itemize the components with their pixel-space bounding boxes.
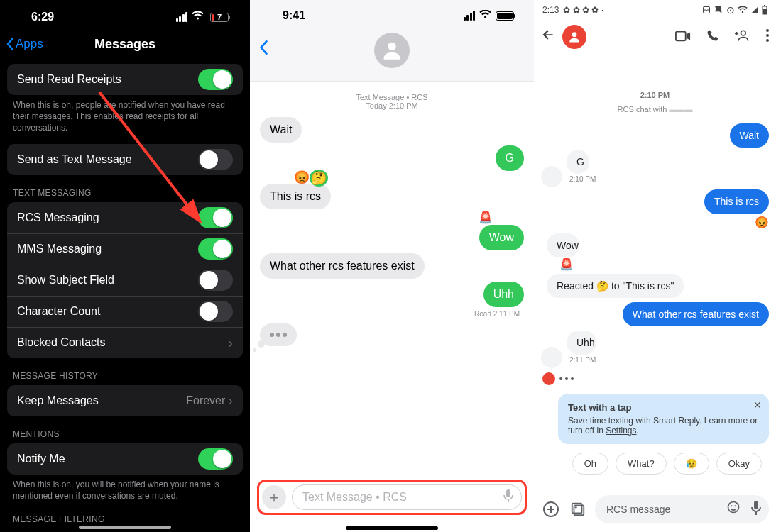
reaction-angry[interactable]: 😡 [755, 216, 769, 229]
footer-notify-me: When this is on, you will be notified wh… [7, 475, 243, 501]
cellular-icon [176, 12, 188, 22]
row-send-read-receipts[interactable]: Send Read Receipts [7, 64, 243, 95]
message-out[interactable]: Wow [479, 225, 524, 250]
card-title: Text with a tap [568, 402, 759, 413]
msg-timestamp: 2:10 PM [569, 175, 596, 183]
chip-okay[interactable]: Okay [716, 453, 762, 475]
message-out[interactable]: Uhh [483, 282, 524, 307]
contact-avatar[interactable] [562, 25, 586, 49]
header-mentions: MENTIONS [7, 416, 243, 443]
reaction-siren[interactable]: 🚨 [559, 258, 574, 270]
row-label: Send as Text Message [17, 153, 132, 166]
svg-rect-2 [506, 489, 510, 497]
battery-icon: 7 [208, 13, 229, 22]
header-message-filtering: MESSAGE FILTERING [7, 501, 243, 528]
composer: RCS message [534, 492, 776, 531]
row-notify-me[interactable]: Notify Me [7, 443, 243, 475]
gallery-button[interactable] [568, 499, 588, 519]
chip-oh[interactable]: Oh [572, 453, 608, 475]
message-out[interactable]: What other rcs features exist [623, 302, 769, 326]
status-bar: 9:41 [250, 0, 534, 31]
back-button[interactable] [541, 28, 555, 46]
composer: ＋ Text Message • RCS [250, 475, 534, 529]
message-input[interactable]: Text Message • RCS [292, 484, 522, 510]
svg-point-20 [735, 505, 736, 506]
reaction-thinking: 🤔 [310, 170, 328, 187]
battery-icon [762, 5, 767, 15]
row-blocked-contacts[interactable]: Blocked Contacts › [7, 327, 243, 358]
message-in[interactable]: This is rcs [260, 184, 331, 209]
back-button[interactable]: Apps [0, 37, 43, 51]
svg-rect-7 [763, 9, 767, 14]
reaction-cluster[interactable]: 😡 🤔 [294, 170, 328, 187]
add-person-icon[interactable] [735, 29, 750, 45]
app-bar [534, 20, 776, 54]
conversation: 2:10 PM RCS chat with ▬▬▬ Wait G 2:10 PM… [534, 54, 776, 475]
contact-name [594, 32, 668, 43]
row-rcs-messaging[interactable]: RCS Messaging [7, 202, 243, 233]
header-text-messaging: TEXT MESSAGING [7, 175, 243, 202]
toggle-send-read-receipts[interactable] [198, 69, 233, 90]
clock: 2:13 [542, 5, 559, 15]
dnd-icon [714, 5, 723, 15]
row-value: Forever [186, 394, 225, 407]
message-out[interactable]: This is rcs [704, 189, 769, 214]
row-mms-messaging[interactable]: MMS Messaging [7, 233, 243, 265]
card-body: Save time texting with Smart Reply. Lear… [568, 416, 759, 436]
chevron-right-icon: › [228, 335, 233, 351]
cellular-icon [464, 11, 476, 21]
chip-what[interactable]: What? [616, 453, 667, 475]
message-in[interactable]: Reacted 🤔 to "This is rcs" [547, 274, 684, 298]
attach-button[interactable]: ＋ [262, 485, 286, 509]
overflow-icon[interactable] [766, 29, 769, 45]
contact-avatar[interactable] [374, 33, 410, 68]
thread-info: RCS chat with ▬▬▬ [541, 105, 769, 113]
svg-point-1 [388, 43, 395, 50]
toggle-show-subject[interactable] [198, 270, 233, 291]
message-in[interactable]: Wait [260, 117, 302, 143]
nfc-icon [702, 6, 711, 14]
emoji-icon[interactable] [726, 500, 741, 519]
close-icon[interactable]: ✕ [753, 399, 762, 411]
group-message-history: Keep Messages Forever › [7, 385, 243, 416]
row-show-subject[interactable]: Show Subject Field [7, 265, 243, 296]
chip-emoji[interactable]: 😥 [674, 453, 709, 475]
row-char-count[interactable]: Character Count [7, 296, 243, 327]
message-input[interactable]: RCS message [595, 495, 769, 523]
message-in[interactable]: Uhh [567, 331, 596, 355]
mic-icon[interactable] [503, 489, 514, 506]
home-indicator [346, 526, 438, 530]
composer-highlight: ＋ Text Message • RCS [257, 480, 527, 515]
read-receipt: Read 2:11 PM [260, 310, 520, 318]
message-in[interactable]: G [567, 150, 589, 174]
row-send-as-text[interactable]: Send as Text Message [7, 144, 243, 175]
toggle-char-count[interactable] [198, 301, 233, 322]
reaction-angry: 😡 [294, 170, 310, 187]
toggle-send-as-text[interactable] [198, 149, 233, 170]
svg-point-8 [572, 32, 577, 37]
mic-icon[interactable] [750, 500, 762, 519]
android-messages-panel: 2:13 ✿ ✿ ✿ ✿ · ⊙ 2:10 PM RCS chat with [534, 0, 776, 532]
back-button[interactable] [258, 38, 268, 60]
svg-point-10 [741, 31, 745, 35]
chat-header: 9:41 [250, 0, 534, 82]
group-send-as-text: Send as Text Message [7, 144, 243, 175]
attach-button[interactable] [541, 499, 561, 519]
svg-point-12 [766, 34, 769, 37]
toggle-rcs-messaging[interactable] [198, 207, 233, 228]
group-text-messaging: RCS Messaging MMS Messaging Show Subject… [7, 202, 243, 358]
message-out[interactable]: G [496, 145, 524, 171]
message-in[interactable]: What other rcs features exist [260, 253, 425, 279]
settings-link[interactable]: Settings [606, 426, 636, 436]
video-call-icon[interactable] [675, 29, 691, 45]
toggle-notify-me[interactable] [198, 448, 233, 470]
reaction-siren[interactable]: 🚨 [479, 211, 493, 224]
toggle-mms-messaging[interactable] [198, 238, 233, 260]
message-out[interactable]: Wait [730, 123, 769, 148]
group-read-receipts: Send Read Receipts [7, 64, 243, 95]
row-keep-messages[interactable]: Keep Messages Forever › [7, 385, 243, 416]
call-icon[interactable] [706, 29, 719, 45]
clock: 9:41 [283, 9, 305, 22]
sender-avatar [541, 347, 562, 368]
message-in[interactable]: Wow [547, 233, 579, 257]
